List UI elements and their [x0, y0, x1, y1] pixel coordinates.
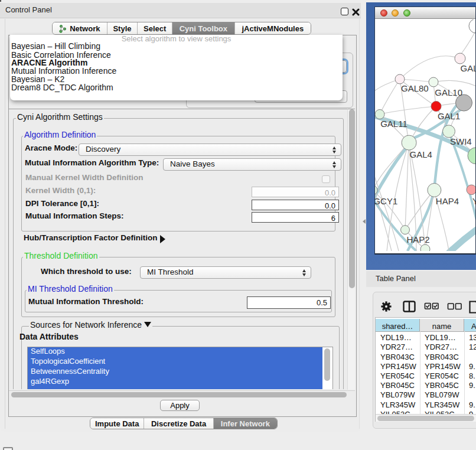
- svg-text:HAP4: HAP4: [436, 196, 459, 206]
- svg-text:GAL1: GAL1: [438, 111, 460, 121]
- svg-text:GAL4: GAL4: [410, 149, 432, 159]
- svg-text:GAL10: GAL10: [435, 87, 462, 97]
- svg-text:GCY1: GCY1: [375, 196, 397, 206]
- svg-text:GAL7: GAL7: [461, 63, 476, 73]
- svg-text:GAL11: GAL11: [380, 119, 407, 129]
- svg-text:HAP2: HAP2: [407, 234, 430, 244]
- svg-text:SWI4: SWI4: [450, 136, 472, 146]
- svg-text:GAL80: GAL80: [401, 83, 429, 93]
- svg-text:Y: Y: [472, 196, 475, 206]
